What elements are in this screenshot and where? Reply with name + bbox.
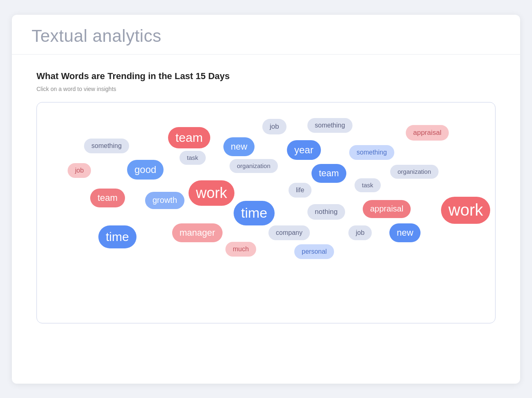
word-tag-w26[interactable]: company [268,225,310,240]
word-tag-w12[interactable]: job [68,163,91,178]
word-tag-w4[interactable]: something [307,118,352,133]
card-body: What Words are Trending in the Last 15 D… [12,55,520,344]
page-title: Textual analytics [32,26,500,46]
word-tag-w15[interactable]: task [355,178,381,192]
word-tag-w5[interactable]: appraisal [406,125,449,141]
word-tag-w10[interactable]: organization [230,159,278,173]
word-tag-w8[interactable]: year [287,140,321,160]
word-tag-w3[interactable]: job [262,119,286,134]
word-tag-w11[interactable]: good [127,160,164,180]
word-tag-w25[interactable]: time [98,225,136,248]
word-tag-w6[interactable]: something [84,139,129,153]
word-cloud: teamnewjobsomethingappraisalsomethingtas… [36,102,496,323]
word-tag-w9[interactable]: something [349,145,394,160]
word-tag-w27[interactable]: job [348,225,372,240]
word-tag-w7[interactable]: task [180,151,206,165]
word-tag-w17[interactable]: life [289,183,311,198]
word-tag-w22[interactable]: appraisal [363,200,411,218]
word-tag-w23[interactable]: work [441,197,490,224]
word-tag-w2[interactable]: new [223,137,255,156]
word-tag-w13[interactable]: team [311,164,346,183]
section-subtitle: Click on a word to view insights [36,86,496,92]
word-tag-w30[interactable]: personal [294,244,334,259]
word-tag-w16[interactable]: work [189,180,234,206]
word-tag-w14[interactable]: organization [390,165,439,179]
word-tag-w20[interactable]: time [234,201,275,225]
word-tag-w18[interactable]: team [90,189,125,207]
section-title: What Words are Trending in the Last 15 D… [36,71,496,82]
word-tag-w19[interactable]: growth [145,192,184,209]
word-tag-w21[interactable]: nothing [307,204,345,220]
word-tag-w24[interactable]: manager [172,223,223,242]
word-tag-w29[interactable]: much [225,242,256,257]
main-card: Textual analytics What Words are Trendin… [12,15,520,384]
word-tag-w28[interactable]: new [389,223,421,242]
card-header: Textual analytics [12,15,520,55]
word-tag-w1[interactable]: team [168,127,210,148]
